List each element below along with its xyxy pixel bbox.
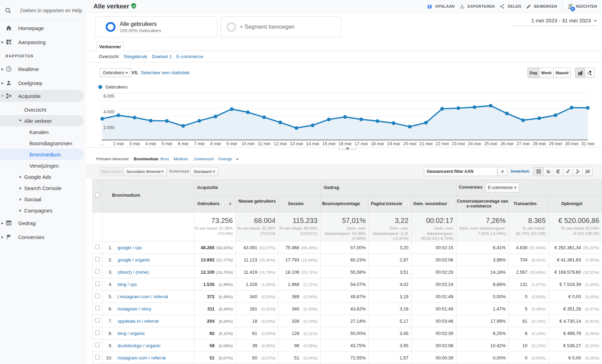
- svg-text:12 mei: 12 mei: [274, 141, 287, 146]
- svg-text:6 mei: 6 mei: [178, 141, 189, 146]
- svg-text:4.000: 4.000: [104, 110, 114, 114]
- svg-text:10 mei: 10 mei: [241, 141, 254, 146]
- svg-text:26 mei: 26 mei: [500, 141, 513, 146]
- svg-text:22 mei: 22 mei: [435, 141, 449, 146]
- svg-text:21 mei: 21 mei: [419, 141, 433, 146]
- svg-text:13 mei: 13 mei: [290, 141, 303, 146]
- svg-text:…: …: [100, 141, 105, 146]
- svg-text:15 mei: 15 mei: [322, 141, 336, 146]
- svg-text:14 mei: 14 mei: [306, 141, 319, 146]
- svg-text:6.000: 6.000: [104, 94, 114, 99]
- svg-text:29 mei: 29 mei: [549, 141, 562, 146]
- svg-text:30 mei: 30 mei: [565, 141, 578, 146]
- svg-text:11 mei: 11 mei: [258, 141, 271, 146]
- svg-text:28 mei: 28 mei: [533, 141, 546, 146]
- svg-text:18 mei: 18 mei: [371, 141, 384, 146]
- svg-text:7 mei: 7 mei: [194, 141, 205, 146]
- svg-text:19 mei: 19 mei: [387, 141, 400, 146]
- svg-text:2 mei: 2 mei: [113, 141, 124, 146]
- svg-text:9 mei: 9 mei: [226, 141, 237, 146]
- svg-text:17 mei: 17 mei: [355, 141, 368, 146]
- svg-text:5 mei: 5 mei: [162, 141, 173, 146]
- svg-text:8 mei: 8 mei: [210, 141, 221, 146]
- svg-text:23 mei: 23 mei: [452, 141, 465, 146]
- svg-text:2.000: 2.000: [104, 125, 114, 130]
- svg-text:24 mei: 24 mei: [468, 141, 481, 146]
- svg-text:31 mei: 31 mei: [581, 141, 595, 146]
- svg-text:27 mei: 27 mei: [517, 141, 530, 146]
- svg-text:25 mei: 25 mei: [484, 141, 497, 146]
- svg-text:3 mei: 3 mei: [129, 141, 140, 146]
- svg-text:20 mei: 20 mei: [403, 141, 416, 146]
- svg-text:4 mei: 4 mei: [145, 141, 156, 146]
- svg-text:16 mei: 16 mei: [338, 141, 352, 146]
